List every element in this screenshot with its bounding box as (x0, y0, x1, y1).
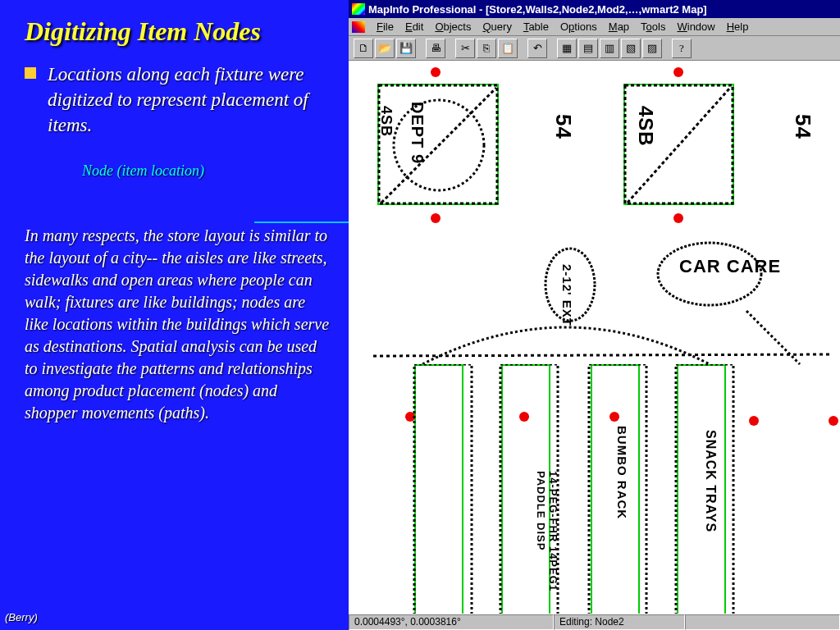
window5-button[interactable]: ▨ (642, 39, 662, 58)
new-button[interactable]: 🗋 (354, 39, 373, 58)
label-peg: 14-PEG-FHR 14PEG1 PADDLE DISP (534, 471, 559, 614)
status-coords: 0.0004493°, 0.0003816° (349, 614, 554, 630)
save-button[interactable]: 💾 (396, 39, 416, 58)
bottom-fixtures-sketch-icon (410, 364, 738, 614)
arc-lines-icon (373, 307, 833, 372)
node-callout-label: Node (item location) (82, 162, 332, 180)
label-4sb-left: 4SB (377, 106, 395, 137)
svg-rect-10 (414, 364, 472, 614)
label-4sb-right: 4SB (634, 106, 657, 147)
help-button[interactable]: ? (672, 39, 692, 58)
menu-objects[interactable]: Objects (430, 19, 476, 34)
svg-line-9 (746, 311, 800, 364)
menu-bar: File Edit Objects Query Table Options Ma… (349, 18, 840, 36)
window1-button[interactable]: ▦ (557, 39, 577, 58)
menu-options[interactable]: Options (555, 19, 602, 34)
print-button[interactable]: 🖶 (426, 39, 445, 58)
status-empty (685, 614, 840, 630)
menu-help[interactable]: Help (722, 19, 754, 34)
menu-table[interactable]: Table (518, 19, 554, 34)
label-bumbo: BUMBO RACK (615, 426, 629, 519)
node-dot[interactable] (673, 213, 683, 223)
svg-line-4 (381, 88, 496, 203)
undo-button[interactable]: ↶ (527, 39, 547, 58)
attribution: (Berry) (5, 611, 38, 623)
label-carcare: CAR CARE (679, 258, 781, 276)
menu-edit[interactable]: Edit (400, 19, 428, 34)
slide-title: Digitizing Item Nodes (25, 16, 332, 47)
toolbar: 🗋 📂 💾 🖶 ✂ ⎘ 📋 ↶ ▦ ▤ ▥ ▧ ▨ ? (349, 36, 840, 61)
window4-button[interactable]: ▧ (621, 39, 641, 58)
bullet-text: Locations along each fixture were digiti… (48, 62, 332, 138)
status-editing: Editing: Node2 (554, 614, 685, 630)
window-title-text: MapInfo Professional - [Store2,Walls2,No… (368, 3, 707, 16)
open-button[interactable]: 📂 (375, 39, 395, 58)
bullet-square-icon (25, 67, 36, 79)
menu-window[interactable]: Window (672, 19, 719, 34)
label-dept9: DEPT 9 (408, 102, 427, 164)
menu-file[interactable]: File (372, 19, 399, 34)
node-dot[interactable] (431, 67, 441, 77)
map-canvas[interactable]: DEPT 9 4SB 4SB 54 54 2-12' EXT (349, 61, 840, 614)
node-dot[interactable] (749, 416, 759, 426)
copy-button[interactable]: ⎘ (477, 39, 496, 58)
menu-tools[interactable]: Tools (636, 19, 670, 34)
node-dot[interactable] (431, 213, 441, 223)
menu-map[interactable]: Map (604, 19, 634, 34)
menu-query[interactable]: Query (477, 19, 516, 34)
label-54a: 54 (550, 114, 576, 139)
label-54b: 54 (790, 114, 815, 139)
bullet-item: Locations along each fixture were digiti… (25, 62, 332, 138)
mapinfo-window: MapInfo Professional - [Store2,Walls2,No… (349, 0, 840, 630)
status-bar: 0.0004493°, 0.0003816° Editing: Node2 (349, 614, 840, 630)
document-icon[interactable] (352, 21, 365, 33)
window-titlebar[interactable]: MapInfo Professional - [Store2,Walls2,No… (349, 0, 840, 18)
node-dot[interactable] (829, 416, 838, 426)
window3-button[interactable]: ▥ (600, 39, 619, 58)
paste-button[interactable]: 📋 (498, 39, 518, 58)
cut-button[interactable]: ✂ (455, 39, 475, 58)
fixture-sketch-icon (377, 84, 500, 207)
node-dot[interactable] (673, 67, 683, 77)
slide-left-panel: Digitizing Item Nodes Locations along ea… (0, 0, 349, 630)
app-icon (352, 3, 365, 15)
body-paragraph: In many respects, the store layout is si… (25, 225, 332, 424)
window2-button[interactable]: ▤ (578, 39, 598, 58)
carcare-oval-icon (652, 240, 767, 313)
label-snack: SNACK TRAYS (703, 430, 718, 532)
